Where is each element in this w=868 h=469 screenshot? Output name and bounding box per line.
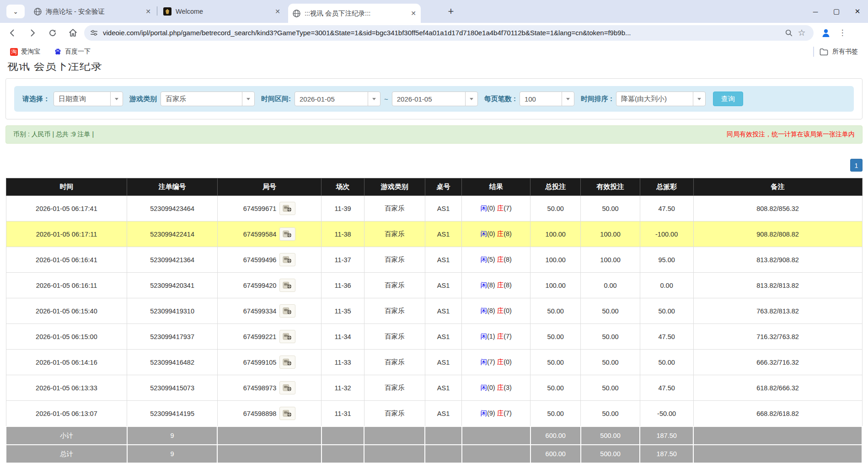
cell-result: 闲(0) 庄(3) (462, 375, 530, 401)
profile-avatar[interactable] (819, 26, 833, 40)
game-type-label: 游戏类别 (129, 95, 157, 103)
banker-label: 庄 (497, 333, 504, 340)
cell-total-bet[interactable]: 50.00 (530, 324, 581, 350)
cell-payout: 47.50 (640, 375, 693, 401)
cell-bet-id: 523099423464 (127, 196, 217, 221)
column-header: 注单编号 (127, 178, 217, 196)
cell-result: 闲(0) 庄(8) (462, 221, 530, 247)
table-row: 2026-01-05 06:13:33523099415073674598973… (6, 375, 862, 401)
cell-total-bet[interactable]: 50.00 (530, 298, 581, 324)
search-button[interactable]: 查询 (713, 92, 743, 106)
tab-close-icon[interactable]: ✕ (145, 8, 151, 15)
page-size-label: 每页笔数 : (484, 95, 516, 103)
cell-valid-bet: 50.00 (581, 375, 640, 401)
cell-total-bet[interactable]: 50.00 (530, 196, 581, 221)
cell-total-bet[interactable]: 100.00 (530, 247, 581, 273)
video-replay-button[interactable] (279, 381, 295, 394)
cell-round-id: 674599496 (217, 247, 321, 273)
all-bookmarks-button[interactable]: 所有书签 (820, 48, 868, 56)
close-window-button[interactable]: ✕ (847, 0, 868, 23)
url-text[interactable]: videoie.com/ipl/portal.php/game/betrecor… (103, 29, 782, 37)
cell-bet-id: 523099420341 (127, 273, 217, 298)
time-sort-select[interactable]: 降冪(由大到小) (616, 92, 706, 106)
game-type-select[interactable]: 百家乐 (161, 92, 255, 106)
cell-valid-bet: 50.00 (581, 196, 640, 221)
cell-bet-id: 523099419310 (127, 298, 217, 324)
tab-close-icon[interactable]: ✕ (411, 10, 416, 17)
round-number: 674598898 (243, 410, 277, 417)
same-round-notice-text: 同局有效投注，统一计算在该局第一张注单内 (727, 130, 855, 139)
cell-game-type: 百家乐 (364, 324, 425, 350)
page-size-select[interactable]: 100 (520, 92, 574, 106)
summary-bar: 币别 : 人民币 | 总共 :9 注单 | 同局有效投注，统一计算在该局第一张注… (5, 125, 863, 144)
table-row: 2026-01-05 06:17:11523099422414674599584… (6, 221, 862, 247)
back-button[interactable] (5, 26, 19, 40)
banker-label: 庄 (497, 384, 504, 391)
cell-total-bet[interactable]: 50.00 (530, 350, 581, 375)
tab-search-button[interactable]: ⌄ (6, 5, 25, 18)
bookmark-star-icon[interactable]: ☆ (795, 27, 808, 38)
browser-menu-button[interactable]: ⋮ (836, 28, 848, 38)
player-label: 闲 (480, 256, 487, 263)
video-replay-button[interactable] (279, 253, 295, 266)
cell-game-type: 百家乐 (364, 247, 425, 273)
cell-payout: 0.00 (640, 273, 693, 298)
bookmark-baidu[interactable]: 百度一下 (54, 48, 91, 56)
summary-cell (217, 445, 321, 463)
summary-cell: 187.50 (640, 426, 693, 445)
window-controls: ─ ▢ ✕ (805, 0, 868, 23)
tab-bet-records-active[interactable]: :::视讯 会员下注纪录::: ✕ (288, 4, 421, 23)
video-replay-button[interactable] (279, 356, 295, 369)
time-range-label: 时间区间: (261, 95, 291, 103)
summary-cell (321, 426, 364, 445)
round-number: 674599105 (243, 359, 277, 366)
currency-total-text: 币别 : 人民币 | 总共 :9 注单 | (13, 130, 94, 139)
column-header: 游戏类别 (364, 178, 425, 196)
cell-table-number: AS1 (425, 401, 461, 427)
video-replay-button[interactable] (279, 279, 295, 292)
cell-time: 2026-01-05 06:14:16 (6, 350, 127, 375)
video-replay-button[interactable] (279, 227, 295, 241)
cell-bet-id: 523099422414 (127, 221, 217, 247)
bookmark-label: 爱淘宝 (21, 48, 40, 56)
cell-total-bet[interactable]: 100.00 (530, 273, 581, 298)
cell-note: 763.82/813.82 (693, 298, 862, 324)
minimize-button[interactable]: ─ (805, 0, 826, 23)
cell-total-bet[interactable]: 100.00 (530, 221, 581, 247)
summary-cell: 600.00 (530, 445, 581, 463)
video-replay-button[interactable] (279, 304, 295, 318)
cell-game-type: 百家乐 (364, 196, 425, 221)
home-button[interactable] (66, 26, 80, 40)
cell-total-bet[interactable]: 50.00 (530, 401, 581, 427)
cell-total-bet[interactable]: 50.00 (530, 375, 581, 401)
zoom-page-icon[interactable] (782, 29, 795, 37)
cell-game-type: 百家乐 (364, 221, 425, 247)
bookmark-taobao[interactable]: 淘 爱淘宝 (10, 48, 40, 56)
cell-game-type: 百家乐 (364, 350, 425, 375)
tab-close-icon[interactable]: ✕ (275, 8, 280, 15)
tab-haiyan-forum[interactable]: 海燕论坛 - 安全验证 ✕ (29, 4, 155, 19)
cell-session: 11-36 (321, 273, 364, 298)
player-label: 闲 (480, 333, 487, 340)
date-from-select[interactable]: 2026-01-05 (295, 92, 380, 106)
video-replay-button[interactable] (279, 407, 295, 420)
date-to-select[interactable]: 2026-01-05 (392, 92, 478, 106)
new-tab-button[interactable]: + (445, 5, 457, 18)
address-bar[interactable]: videoie.com/ipl/portal.php/game/betrecor… (84, 25, 814, 41)
round-number: 674599496 (243, 256, 277, 264)
cell-valid-bet: 50.00 (581, 401, 640, 427)
reload-button[interactable] (46, 26, 59, 40)
video-replay-button[interactable] (279, 202, 295, 215)
table-row: 2026-01-05 06:16:41523099421364674599496… (6, 247, 862, 273)
maximize-button[interactable]: ▢ (826, 0, 847, 23)
tab-welcome[interactable]: Welcome ✕ (159, 4, 285, 19)
page-1-button[interactable]: 1 (850, 159, 863, 172)
forward-button[interactable] (26, 26, 39, 40)
site-settings-icon[interactable] (90, 28, 98, 37)
player-label: 闲 (480, 384, 487, 391)
video-replay-button[interactable] (279, 330, 295, 343)
video-replay-icon (283, 333, 292, 340)
table-header-row: 时间注单编号局号场次游戏类别桌号结果总投注有效投注总派彩备注 (6, 178, 862, 196)
cell-payout: -100.00 (640, 221, 693, 247)
query-type-select[interactable]: 日期查询 (54, 92, 123, 106)
